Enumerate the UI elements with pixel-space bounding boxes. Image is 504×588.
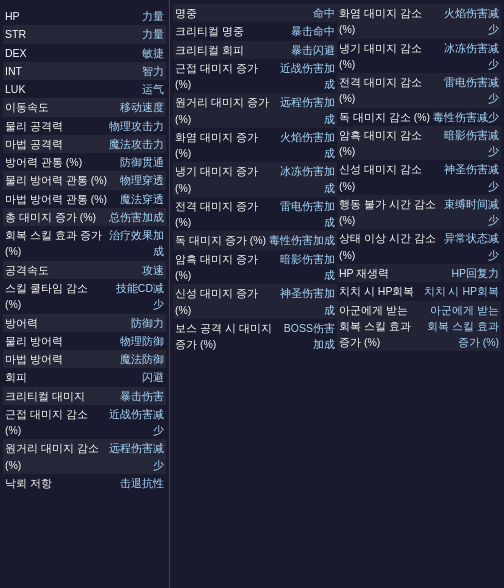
r-cn: 近战伤害加成 — [272, 60, 335, 93]
right-attr-row: 전격 대미지 감소 (%)雷电伤害减少 — [337, 73, 501, 108]
r-kr: 전격 대미지 감소 (%) — [339, 74, 436, 107]
right-attr-row: 크리티컬 회피暴击闪避 — [173, 41, 337, 59]
r-kr: 화염 대미지 감소 (%) — [339, 5, 436, 38]
r-cn: 아군에게 받는 회복 스킬 효과 증가 (%) — [419, 302, 499, 351]
left-panel: HP力量STR力量DEX敏捷INT智力LUK运气이동속도移动速度물리 공격력物理… — [0, 0, 170, 588]
attr-kr: 크리티컬 대미지 — [5, 388, 85, 404]
attr-cn: 治疗效果加成 — [105, 227, 164, 260]
right-attr-row: 화염 대미지 증가 (%)火焰伤害加成 — [173, 128, 337, 163]
attr-kr: 마법 방어력 관통 (%) — [5, 191, 107, 207]
right-attr-row: 암흑 대미지 감소 (%)暗影伤害减少 — [337, 126, 501, 161]
left-attr-row: 물리 방어력 관통 (%)物理穿透 — [3, 171, 166, 189]
right-attr-row: 명중命中 — [173, 4, 337, 22]
left-attr-row: 물리 방어력物理防御 — [3, 332, 166, 350]
left-attr-row: 물리 공격력物理攻击力 — [3, 117, 166, 135]
left-attr-row: 스킬 쿨타임 감소 (%)技能CD减少 — [3, 279, 166, 314]
left-attrs-list: HP力量STR力量DEX敏捷INT智力LUK运气이동속도移动速度물리 공격력物理… — [3, 7, 166, 492]
attr-cn: 魔法防御 — [120, 351, 164, 367]
r-cn: 毒性伤害加成 — [269, 232, 335, 248]
attr-cn: 防御贯通 — [120, 154, 164, 170]
left-attr-row: 방어력 관통 (%)防御贯通 — [3, 153, 166, 171]
r-kr: 화염 대미지 증가 (%) — [175, 129, 272, 162]
attr-cn: 魔法攻击力 — [109, 136, 164, 152]
attr-kr: 총 대미지 증가 (%) — [5, 209, 96, 225]
left-attr-row: 근접 대미지 감소 (%)近战伤害减少 — [3, 405, 166, 440]
r-cn: 神圣伤害加成 — [272, 285, 335, 318]
attr-cn: 暴击伤害 — [120, 388, 164, 404]
left-attr-row: 낙뢰 저항击退抗性 — [3, 474, 166, 492]
r-cn: 冰冻伤害减少 — [436, 40, 499, 73]
attr-kr: 근접 대미지 감소 (%) — [5, 406, 102, 439]
r-kr: 암흑 대미지 증가 (%) — [175, 251, 272, 284]
attr-kr: 마법 공격력 — [5, 136, 63, 152]
right-attr-row: 치치 시 HP회복치치 시 HP회복 — [337, 282, 501, 300]
attr-kr: 방어력 — [5, 315, 38, 331]
left-attr-row: 마법 방어력 관통 (%)魔法穿透 — [3, 190, 166, 208]
left-attr-row: 크리티컬 대미지暴击伤害 — [3, 387, 166, 405]
attr-kr: 회복 스킬 효과 증가(%) — [5, 227, 105, 260]
r-kr: 독 대미지 증가 (%) — [175, 232, 266, 248]
right-attr-row: 크리티컬 명중暴击命中 — [173, 22, 337, 40]
r-kr: 크리티컬 회피 — [175, 42, 244, 58]
attr-kr: 스킬 쿨타임 감소 (%) — [5, 280, 106, 313]
attr-cn: 总伤害加成 — [109, 209, 164, 225]
attr-cn: 物理攻击力 — [109, 118, 164, 134]
left-attr-row: LUK运气 — [3, 80, 166, 98]
r-kr: 암흑 대미지 감소 (%) — [339, 127, 436, 160]
attr-kr: STR — [5, 26, 26, 42]
r-cn: HP回复力 — [451, 265, 499, 281]
attr-kr: LUK — [5, 81, 25, 97]
r-cn: 异常状态减少 — [441, 230, 499, 263]
left-attr-row: 마법 공격력魔法攻击力 — [3, 135, 166, 153]
attr-kr: 공격속도 — [5, 262, 49, 278]
r-kr: 전격 대미지 증가 (%) — [175, 198, 272, 231]
r-cn: 暴击闪避 — [291, 42, 335, 58]
attr-cn: 魔法穿透 — [120, 191, 164, 207]
r-cn: 命中 — [313, 5, 335, 21]
attr-cn: 移动速度 — [120, 99, 164, 115]
r-kr: 상태 이상 시간 감소 (%) — [339, 230, 441, 263]
attr-cn: 敏捷 — [142, 45, 164, 61]
r-kr: 치치 시 HP회복 — [339, 283, 414, 299]
right-attr-row: 독 대미지 감소 (%)毒性伤害减少 — [337, 108, 501, 126]
right-attr-row: 원거리 대미지 증가 (%)远程伤害加成 — [173, 93, 337, 128]
right-attr-row: 근접 대미지 증가 (%)近战伤害加成 — [173, 59, 337, 94]
r-kr: 냉기 대미지 감소 (%) — [339, 40, 436, 73]
attr-cn: 物理穿透 — [120, 172, 164, 188]
r-cn: 毒性伤害减少 — [433, 109, 499, 125]
attr-cn: 运气 — [142, 81, 164, 97]
attr-cn: 闪避 — [142, 369, 164, 385]
right-attr-row: 전격 대미지 증가 (%)雷电伤害加成 — [173, 197, 337, 232]
attr-cn: 技能CD减少 — [106, 280, 164, 313]
r-kr: 근접 대미지 증가 (%) — [175, 60, 272, 93]
r-cn: 雷电伤害减少 — [436, 74, 499, 107]
attr-kr: 물리 방어력 관통 (%) — [5, 172, 107, 188]
attr-kr: 회피 — [5, 369, 27, 385]
r-cn: 暗影伤害加成 — [272, 251, 335, 284]
attr-cn: 智力 — [142, 63, 164, 79]
attr-cn: 攻速 — [142, 262, 164, 278]
left-attr-row: DEX敏捷 — [3, 44, 166, 62]
right-attr-row: 냉기 대미지 증가 (%)冰冻伤害加成 — [173, 162, 337, 197]
attr-cn: 力量 — [142, 8, 164, 24]
right-attr-row: 독 대미지 증가 (%)毒性伤害加成 — [173, 231, 337, 249]
left-attr-row: 회피闪避 — [3, 368, 166, 386]
right-col2: 화염 대미지 감소 (%)火焰伤害减少냉기 대미지 감소 (%)冰冻伤害减少전격… — [337, 4, 501, 353]
right-attr-row: 냉기 대미지 감소 (%)冰冻伤害减少 — [337, 39, 501, 74]
right-attr-row: 암흑 대미지 증가 (%)暗影伤害加成 — [173, 250, 337, 285]
attr-cn: 远程伤害减少 — [105, 440, 164, 473]
left-attr-row: 원거리 대미지 감소 (%)远程伤害减少 — [3, 439, 166, 474]
left-attr-row: 총 대미지 증가 (%)总伤害加成 — [3, 208, 166, 226]
r-kr: 명중 — [175, 5, 197, 21]
left-attr-row: 공격속도攻速 — [3, 261, 166, 279]
attr-kr: 마법 방어력 — [5, 351, 63, 367]
r-kr: 보스 공격 시 대미지 증가 (%) — [175, 320, 280, 353]
right-attr-row: 보스 공격 시 대미지 증가 (%)BOSS伤害加成 — [173, 319, 337, 354]
attr-cn: 击退抗性 — [120, 475, 164, 491]
r-cn: 雷电伤害加成 — [272, 198, 335, 231]
r-kr: 냉기 대미지 증가 (%) — [175, 163, 272, 196]
r-cn: 火焰伤害减少 — [436, 5, 499, 38]
right-col1: 명중命中크리티컬 명중暴击命中크리티컬 회피暴击闪避근접 대미지 증가 (%)近… — [173, 4, 337, 353]
left-attr-row: 회복 스킬 효과 증가(%)治疗效果加成 — [3, 226, 166, 261]
right-attrs-list: 명중命中크리티컬 명중暴击命中크리티컬 회피暴击闪避근접 대미지 증가 (%)近… — [173, 4, 501, 353]
